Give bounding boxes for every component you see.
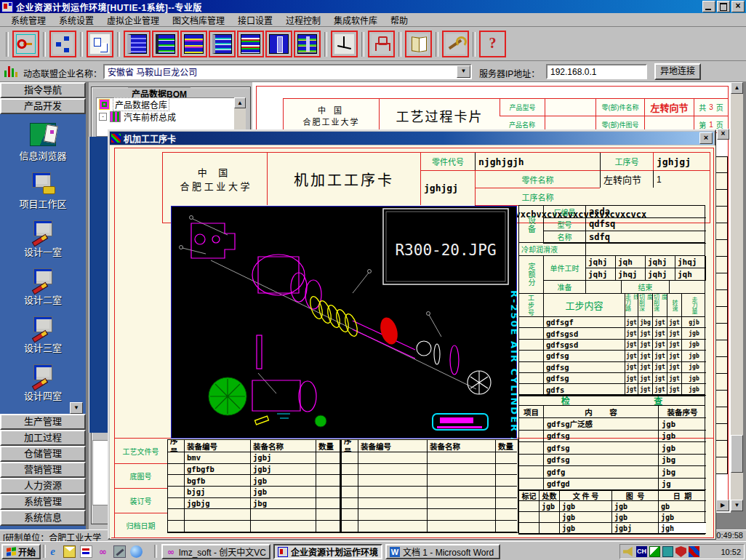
toolbar-button-key[interactable] xyxy=(12,31,39,57)
menu-item[interactable]: 图文档库管理 xyxy=(166,13,231,27)
list-cell xyxy=(168,475,185,487)
scroll-right-icon[interactable]: ▶ xyxy=(716,500,729,511)
outlook-icon[interactable] xyxy=(63,545,76,558)
list-cell xyxy=(428,464,496,476)
scroll-down-icon[interactable]: ▼ xyxy=(731,500,743,511)
list-cell xyxy=(316,509,340,521)
menu-item[interactable]: 集成软件库 xyxy=(327,13,384,27)
toolbar-button-table-7[interactable] xyxy=(294,31,321,57)
vc-icon[interactable]: ∞ xyxy=(97,545,109,558)
sidebar-item[interactable]: 设计二室 xyxy=(0,258,86,306)
op-no-right-top: jghjgj xyxy=(653,153,710,170)
toolbar-separator xyxy=(324,32,327,57)
sidebar-item[interactable]: 设计三室 xyxy=(0,306,86,354)
sidebar-button[interactable]: 产品开发 xyxy=(0,98,86,114)
sidebar-item[interactable]: 设计四室 xyxy=(0,354,86,402)
toolbar-button-table-1[interactable] xyxy=(124,31,151,57)
toolbar-button-book[interactable] xyxy=(405,31,432,57)
toolbar-button-table-4[interactable] xyxy=(209,31,236,57)
toolbar-button-user-plug[interactable] xyxy=(368,31,395,57)
sidebar-item[interactable]: 设计一室 xyxy=(0,210,86,258)
toolbar-button-table-5[interactable] xyxy=(237,31,264,57)
sidebar-button[interactable]: 系统信息 xyxy=(0,510,86,526)
task-button[interactable]: ∞lmz_soft - 创天中文VC+... xyxy=(161,544,270,559)
menu-item[interactable]: 接口设置 xyxy=(231,13,279,27)
table-6-icon xyxy=(269,34,289,54)
scroll-up-icon[interactable]: ▲ xyxy=(234,97,246,108)
list-cell: jgb xyxy=(251,475,316,487)
titlebar: 企业资源计划运作环境[HUTIE-1系统]--专业版 xyxy=(0,0,746,13)
sidebar-button[interactable]: 人力资源 xyxy=(0,478,86,494)
list-header: 数量 xyxy=(316,440,340,452)
toolbar-button-help[interactable] xyxy=(479,31,506,57)
sidebar-item[interactable]: 信息浏览器 xyxy=(0,114,86,162)
doc-close-button[interactable]: × xyxy=(717,129,729,140)
company-combobox[interactable]: 安徽省 马鞍山巨龙公司 ▼ xyxy=(103,64,472,79)
scheduler-icon[interactable] xyxy=(649,546,660,557)
server-ip-input[interactable]: 192.168.0.1 xyxy=(546,64,647,79)
revision-edit-cell[interactable]: jgh xyxy=(659,523,706,534)
coolant-value xyxy=(586,243,705,255)
revision-header: 图 号 xyxy=(612,490,659,501)
ie-icon[interactable]: e xyxy=(47,545,59,558)
menu-item[interactable]: 过程控制 xyxy=(279,13,327,27)
toolbar-button-tools[interactable] xyxy=(442,31,469,57)
tree-item[interactable]: -汽车前桥总成 xyxy=(97,111,236,123)
start-button[interactable]: 开始 xyxy=(1,544,41,559)
task-button[interactable]: 企业资源计划运作环境[... xyxy=(273,544,382,559)
inspect-no-cell: jgb xyxy=(659,442,706,455)
net-icon[interactable] xyxy=(130,545,143,558)
tray-clock[interactable]: 10:52 xyxy=(721,548,741,556)
toolbar-button-login-doc[interactable] xyxy=(87,31,113,57)
office-icon[interactable] xyxy=(689,546,699,557)
sidebar-button[interactable]: 系统管理 xyxy=(0,494,86,510)
menu-item[interactable]: 虚拟企业管理 xyxy=(100,13,166,27)
task-button[interactable]: W文档 1 - Microsoft Word xyxy=(385,544,500,559)
menu-item[interactable]: 系统管理 xyxy=(4,13,52,27)
sidebar-button[interactable]: 指令导航 xyxy=(0,82,86,98)
toolbar-button-table-2[interactable] xyxy=(152,31,179,57)
menu-item[interactable]: 系统设置 xyxy=(52,13,100,27)
dialog-titlebar[interactable]: 机加工工序卡 × xyxy=(110,132,714,145)
shield-icon[interactable] xyxy=(675,546,686,557)
revision-cell: jgb xyxy=(659,512,706,523)
list-header: 数量 xyxy=(496,440,517,452)
quota-value-cell: jqhj xyxy=(646,256,675,268)
ch-icon[interactable]: CH xyxy=(636,546,647,557)
toolbar-button-axis[interactable] xyxy=(331,31,358,57)
chevron-down-icon[interactable]: ▼ xyxy=(457,65,470,78)
speaker-icon[interactable] xyxy=(623,546,634,557)
maximize-button[interactable] xyxy=(717,1,730,12)
scrollbar-thumb[interactable] xyxy=(731,435,743,473)
sidebar-button[interactable]: 加工过程 xyxy=(0,430,86,446)
task-label: 企业资源计划运作环境[... xyxy=(291,545,378,558)
table-7-icon xyxy=(297,34,317,54)
sidebar-button[interactable]: 营销管理 xyxy=(0,462,86,478)
sidebar-button[interactable]: 仓储管理 xyxy=(0,446,86,462)
toolbar-button-table-6[interactable] xyxy=(265,31,292,57)
list-cell: jgbjg xyxy=(185,498,251,510)
minimize-button[interactable] xyxy=(702,1,715,12)
close-button[interactable] xyxy=(731,1,745,12)
sidebar-button[interactable]: 生产管理 xyxy=(0,414,86,430)
tree-item[interactable]: 产品数据仓库 xyxy=(97,98,236,111)
sidebar-collapse-button[interactable]: ▼ xyxy=(70,402,83,414)
dialog-close-button[interactable]: × xyxy=(699,132,713,144)
paint-icon[interactable] xyxy=(80,545,92,558)
toolbar-button-org-tree[interactable] xyxy=(49,31,76,57)
printer-icon[interactable] xyxy=(662,546,673,557)
inspect-item-cell xyxy=(519,431,544,443)
revision-table: 标记处数文 件 号图 号日 期jgbjgbjgbgbjgbjgbjgbjgbjg… xyxy=(518,489,705,535)
horizontal-scrollbar[interactable]: ▶ xyxy=(716,500,729,511)
toolbar-button-table-3[interactable] xyxy=(180,31,207,57)
remote-connect-button[interactable]: 异地连接 xyxy=(654,63,701,80)
list-cell xyxy=(340,452,358,464)
step-content-cell: gdfsgsd xyxy=(544,328,625,339)
tree-expand-icon[interactable]: - xyxy=(99,113,107,121)
sidebar-item[interactable]: 项目工作区 xyxy=(0,162,86,210)
scroll-up-icon[interactable]: ▲ xyxy=(731,82,743,94)
tools-icon[interactable] xyxy=(113,545,126,558)
vertical-scrollbar[interactable]: ▲ ▼ xyxy=(731,82,743,511)
quota-value-cell: jqhj xyxy=(646,268,675,281)
menu-item[interactable]: 帮助 xyxy=(384,13,414,27)
